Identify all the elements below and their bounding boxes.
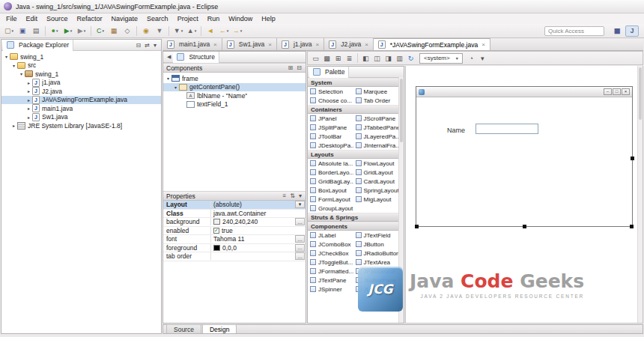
design-zoom-button[interactable]: ◔ (466, 52, 477, 64)
palette-item-marquee[interactable]: Marquee (353, 87, 399, 96)
toolbar-back-button[interactable]: ←▾ (218, 25, 230, 37)
preview-text-field[interactable] (476, 124, 538, 134)
palette-item-springlayout[interactable]: SpringLayout (353, 186, 399, 195)
design-canvas[interactable]: –□× Name (405, 66, 643, 324)
palette-item-jcombobox[interactable]: JComboBox (308, 240, 353, 249)
palette-category-containers[interactable]: Containers (308, 105, 398, 114)
toolbar-print-button[interactable]: ▤ (30, 25, 42, 37)
tree-item-j2-java[interactable]: ▸JJ2.java (1, 87, 161, 96)
palette-item-jradiobutton[interactable]: JRadioButton (353, 249, 399, 258)
menu-edit[interactable]: Edit (22, 13, 43, 24)
preview-name-label[interactable]: Name (447, 127, 465, 134)
toolbar-previous-annotation-button[interactable]: ▲▾ (186, 25, 198, 37)
expander-icon[interactable]: ▾ (3, 54, 10, 59)
palette-item-jsplitpane[interactable]: JSplitPane (308, 123, 353, 132)
menu-help[interactable]: Help (257, 13, 280, 24)
expander-icon[interactable]: ▾ (10, 63, 17, 68)
property-ellipsis-button[interactable]: … (295, 235, 305, 243)
palette-item-gridbaglay[interactable]: GridBagLay... (308, 177, 353, 186)
toolbar-open-type-button[interactable]: ◇ (121, 25, 133, 37)
palette-item-cardlayout[interactable]: CardLayout (353, 177, 399, 186)
palette-item-absolute-la[interactable]: Absolute la... (308, 159, 353, 168)
expander-icon[interactable]: ▸ (25, 88, 32, 94)
property-row-class[interactable]: Classjava.awt.Container (163, 210, 306, 219)
property-row-enabled[interactable]: enabled✓true (163, 227, 306, 236)
canvas-vertical-scrollbar[interactable] (637, 66, 643, 323)
open-perspective-button[interactable]: ▦ (610, 25, 624, 37)
tree-item-swing-1[interactable]: ▾swing_1 (1, 70, 161, 79)
palette-item-jtextpane[interactable]: JTextPane (308, 276, 353, 285)
view-menu-icon[interactable]: ▾ (298, 192, 303, 199)
collapse-panel-button[interactable]: ◀ (165, 54, 173, 60)
palette-item-boxlayout[interactable]: BoxLayout (308, 186, 353, 195)
view-menu-icon[interactable]: ▾ (153, 42, 157, 49)
palette-category-system[interactable]: System (308, 78, 398, 87)
collapse-all-icon[interactable]: ⊟ (296, 64, 303, 71)
show-events-icon[interactable]: ≡ (282, 192, 288, 199)
palette-item-choose-co[interactable]: Choose co... (308, 96, 353, 105)
design-tab-order-button[interactable]: ≣ (344, 52, 355, 64)
design-choose-component-button[interactable]: ⊞ (332, 52, 344, 64)
tree-item-getcontentpane[interactable]: ▾getContentPane() (163, 83, 306, 92)
palette-item-jscrollpane[interactable]: JScrollPane (353, 114, 399, 123)
palette-item-jtextarea[interactable]: JTextArea (353, 258, 399, 267)
design-distribute-button[interactable]: ▥ (394, 52, 405, 64)
palette-item-jtogglebut[interactable]: JToggleBut... (308, 258, 353, 267)
selection-handle[interactable] (630, 225, 634, 228)
palette-item-jtoolbar[interactable]: JToolBar (308, 132, 353, 141)
palette-item-gridlayout[interactable]: GridLayout (353, 168, 399, 177)
expander-icon[interactable]: ▾ (18, 71, 25, 76)
design-selection-mode-button[interactable]: ▭ (310, 52, 321, 64)
expander-icon[interactable]: ▸ (25, 106, 32, 111)
expander-icon[interactable]: ▸ (25, 97, 32, 103)
toolbar-search-button[interactable]: ◉ (140, 25, 152, 37)
palette-item-jlist[interactable]: JList (353, 285, 399, 294)
property-value[interactable]: ✓true (211, 227, 306, 234)
preview-minimize-button[interactable]: – (604, 88, 612, 95)
checkbox-icon[interactable]: ✓ (213, 228, 219, 234)
expander-icon[interactable]: ▸ (10, 123, 17, 128)
property-row-layout[interactable]: Layout(absolute)▾ (163, 201, 306, 210)
toolbar-last-edit-location-button[interactable]: ◄ (204, 25, 216, 37)
tree-item-swing-1[interactable]: ▾swing_1 (1, 52, 161, 61)
editor-tab-javaswingformexample-java[interactable]: J*JAVASwingFormExample.java× (374, 38, 490, 50)
palette-item-borderlayo[interactable]: BorderLayo... (308, 168, 353, 177)
toolbar-run-button[interactable]: ▶▾ (62, 25, 74, 37)
palette-item-flowlayout[interactable]: FlowLayout (353, 159, 399, 168)
palette-item-jlabel[interactable]: JLabel (308, 231, 353, 240)
palette-item-formlayout[interactable]: FormLayout (308, 195, 353, 204)
tree-item-lblname-name[interactable]: AlblName - "Name" (163, 91, 306, 100)
tree-item-jre-system-library-javase-1-8[interactable]: ▸JRE System Library [JavaSE-1.8] (1, 121, 161, 130)
tree-item-sw1-java[interactable]: ▸JSw1.java (1, 113, 161, 122)
design-refresh-button[interactable]: ↻ (405, 52, 416, 64)
toolbar-open-task-button[interactable]: ▼ (154, 25, 165, 37)
menu-window[interactable]: Window (224, 13, 257, 24)
design-align-right-button[interactable]: ◨ (383, 52, 394, 64)
close-tab-icon[interactable]: × (213, 41, 217, 48)
menu-refactor[interactable]: Refactor (73, 13, 107, 24)
preview-frame[interactable]: –□× Name (416, 86, 633, 227)
expander-icon[interactable]: ▸ (25, 80, 32, 85)
property-value[interactable]: 240,240,240… (211, 218, 306, 225)
palette-item-tab-order[interactable]: Tab Order (353, 96, 399, 105)
palette-item-jcheckbox[interactable]: JCheckBox (308, 249, 353, 258)
menu-search[interactable]: Search (142, 13, 173, 24)
menu-source[interactable]: Source (42, 13, 73, 24)
expander-icon[interactable]: ▸ (25, 115, 32, 120)
palette-item-miglayout[interactable]: MigLayout (353, 195, 399, 204)
design-align-center-button[interactable]: ◫ (371, 52, 383, 64)
palette-item-jspinner[interactable]: JSpinner (308, 285, 353, 294)
property-row-background[interactable]: background240,240,240… (163, 218, 306, 227)
palette-category-layouts[interactable]: Layouts (308, 150, 398, 159)
property-row-font[interactable]: fontTahoma 11… (163, 235, 306, 244)
close-tab-icon[interactable]: × (268, 41, 272, 48)
property-ellipsis-button[interactable]: … (295, 218, 305, 225)
toolbar-new-wizard-button[interactable]: ▢▾ (3, 25, 15, 37)
toolbar-new-java-class-button[interactable]: C▾ (94, 25, 106, 37)
close-tab-icon[interactable]: × (316, 41, 320, 48)
palette-item-jeditorpane[interactable]: JEditorPane (353, 276, 399, 285)
property-value[interactable]: java.awt.Container (211, 210, 306, 217)
design-align-left-button[interactable]: ◧ (360, 52, 371, 64)
tree-item-javaswingformexample-java[interactable]: ▸JJAVASwingFormExample.java (1, 96, 161, 105)
toolbar-debug-button[interactable]: ●▾ (49, 25, 61, 37)
